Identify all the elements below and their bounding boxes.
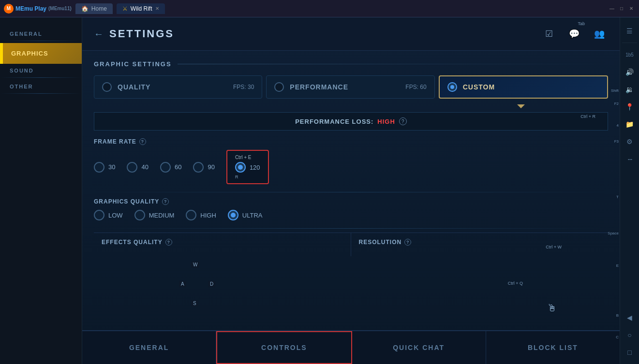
r-hint: R bbox=[235, 175, 238, 179]
tab-home[interactable]: 🏠 Home bbox=[75, 3, 113, 14]
square-sidebar-icon[interactable]: □ bbox=[622, 345, 638, 360]
bottom-nav-general[interactable]: GENERAL bbox=[82, 331, 216, 364]
effects-quality-help-icon[interactable]: ? bbox=[165, 239, 172, 246]
minimize-button[interactable]: — bbox=[608, 5, 616, 13]
bottom-nav-quickchat[interactable]: QUICK CHAT bbox=[352, 331, 486, 364]
bottom-nav: GENERAL CONTROLS QUICK CHAT BLOCK LIST bbox=[82, 330, 620, 364]
resolution-cell: RESOLUTION ? bbox=[351, 233, 609, 256]
app-name: MEmu Play bbox=[15, 5, 46, 12]
frame-rate-40-radio bbox=[127, 162, 137, 173]
ctrl-r-hint: Ctrl + R bbox=[580, 114, 595, 119]
frame-rate-60-label: 60 bbox=[175, 163, 181, 171]
left-nav: GENERAL GRAPHICS SOUND OTHER bbox=[0, 17, 82, 364]
nav-graphics-label: GRAPHICS bbox=[11, 50, 48, 57]
app-logo[interactable]: M MEmu Play (MEmu11) bbox=[4, 4, 72, 14]
more-sidebar-icon[interactable]: ··· bbox=[622, 151, 638, 167]
frame-rate-40[interactable]: 40 bbox=[127, 162, 148, 173]
window-controls: — □ ✕ bbox=[608, 5, 635, 13]
resolution-help-icon[interactable]: ? bbox=[404, 239, 411, 246]
preset-quality-button[interactable]: QUALITY FPS: 30 bbox=[94, 75, 262, 99]
right-sidebar: Shift F2 4 F3 T Space E B C 👤 ☰ 1b5 🔊 🔉 … bbox=[620, 0, 639, 364]
frame-rate-120[interactable]: 120 bbox=[235, 162, 260, 173]
tab-wildrift[interactable]: ⚔ Wild Rift ✕ bbox=[117, 3, 165, 14]
f3-hint: F3 bbox=[614, 139, 619, 144]
header-icons: ☑ 💬 Tab 👥 bbox=[540, 25, 608, 43]
volume-down-sidebar-icon[interactable]: 🔉 bbox=[622, 82, 638, 97]
frame-rate-label: FRAME RATE ? bbox=[94, 138, 608, 145]
t-hint: T bbox=[616, 195, 619, 199]
ctrl-q-hint: Ctrl + Q bbox=[508, 281, 523, 286]
arrow-left-sidebar-icon[interactable]: ◀ bbox=[622, 310, 638, 325]
bottom-settings: EFFECTS QUALITY ? RESOLUTION ? bbox=[94, 233, 608, 256]
location-sidebar-icon[interactable]: 📍 bbox=[622, 99, 638, 115]
mouse-icon: 🖱 bbox=[547, 303, 557, 314]
bottom-nav-blocklist[interactable]: BLOCK LIST bbox=[486, 331, 620, 364]
close-button[interactable]: ✕ bbox=[627, 5, 635, 13]
tab-close-icon[interactable]: ✕ bbox=[155, 6, 159, 11]
quality-low-radio bbox=[94, 210, 104, 220]
graphics-quality-help-icon[interactable]: ? bbox=[162, 198, 169, 205]
graphic-settings-title: GRAPHIC SETTINGS bbox=[94, 60, 608, 68]
quality-high[interactable]: HIGH bbox=[186, 210, 216, 220]
title-bar: M MEmu Play (MEmu11) 🏠 Home ⚔ Wild Rift … bbox=[0, 0, 639, 17]
key-d: D bbox=[208, 281, 215, 287]
nav-divider-3 bbox=[0, 93, 82, 94]
frame-rate-120-box: Ctrl + E 120 R bbox=[226, 150, 269, 184]
nav-label-sound: SOUND bbox=[0, 64, 82, 75]
bottom-nav-controls[interactable]: CONTROLS bbox=[216, 331, 352, 364]
frame-rate-90[interactable]: 90 bbox=[193, 162, 214, 173]
frame-rate-90-label: 90 bbox=[208, 163, 214, 171]
perf-help-icon[interactable]: ? bbox=[399, 117, 407, 125]
preset-custom-button[interactable]: CUSTOM bbox=[439, 75, 608, 99]
settings-sidebar-icon[interactable]: ⚙ bbox=[622, 134, 638, 149]
resolution-label: RESOLUTION ? bbox=[359, 239, 601, 246]
perf-loss-label: PERFORMANCE LOSS: bbox=[295, 118, 373, 125]
key-a: A bbox=[179, 281, 186, 287]
settings-divider-2 bbox=[94, 228, 608, 229]
users-header-icon[interactable]: 👥 bbox=[591, 25, 608, 43]
keyboard-sidebar-icon[interactable]: 1b5 bbox=[622, 47, 638, 62]
preset-performance-radio bbox=[274, 82, 284, 92]
frame-rate-90-radio bbox=[193, 162, 204, 173]
volume-up-sidebar-icon[interactable]: 🔊 bbox=[622, 64, 638, 80]
settings-divider-1 bbox=[94, 192, 608, 192]
page-title: SETTINGS bbox=[109, 28, 174, 40]
preset-performance-label: PERFORMANCE bbox=[290, 83, 348, 91]
key-w: W bbox=[191, 262, 199, 268]
frame-rate-120-radio bbox=[235, 162, 246, 173]
quality-ultra-radio bbox=[228, 210, 238, 220]
preset-quality-fps: FPS: 30 bbox=[233, 84, 254, 90]
nav-item-graphics[interactable]: GRAPHICS bbox=[0, 43, 82, 64]
preset-quality-radio bbox=[102, 82, 112, 92]
quality-ultra[interactable]: ULTRA bbox=[228, 210, 263, 220]
frame-rate-help-icon[interactable]: ? bbox=[139, 138, 146, 145]
menu-sidebar-icon[interactable]: ☰ bbox=[622, 23, 638, 39]
circle-sidebar-icon[interactable]: ○ bbox=[622, 327, 638, 343]
key-s: S bbox=[191, 300, 198, 306]
quality-low-label: LOW bbox=[108, 212, 123, 219]
preset-quality-label: QUALITY bbox=[118, 83, 150, 91]
quality-medium-radio bbox=[134, 210, 145, 220]
quality-low[interactable]: LOW bbox=[94, 210, 123, 220]
frame-rate-120-label: 120 bbox=[250, 164, 260, 171]
folder-sidebar-icon[interactable]: 📁 bbox=[622, 116, 638, 132]
quality-medium-label: MEDIUM bbox=[149, 212, 175, 219]
quality-medium[interactable]: MEDIUM bbox=[134, 210, 175, 220]
preset-performance-button[interactable]: PERFORMANCE FPS: 60 bbox=[266, 75, 434, 99]
quality-high-label: HIGH bbox=[200, 212, 216, 219]
perf-loss-value: HIGH bbox=[377, 118, 395, 125]
frame-rate-setting: FRAME RATE ? 30 40 bbox=[94, 138, 608, 184]
maximize-button[interactable]: □ bbox=[618, 5, 625, 13]
effects-quality-label: EFFECTS QUALITY ? bbox=[102, 239, 343, 246]
frame-rate-30[interactable]: 30 bbox=[94, 162, 115, 173]
app-version: (MEmu11) bbox=[48, 6, 72, 11]
back-button[interactable]: ← bbox=[94, 29, 104, 40]
effects-quality-cell: EFFECTS QUALITY ? bbox=[94, 233, 351, 256]
performance-loss-bar: PERFORMANCE LOSS: HIGH ? bbox=[94, 112, 608, 131]
bottom-nav-controls-label: CONTROLS bbox=[261, 344, 307, 351]
e-hint: E bbox=[616, 263, 619, 268]
preset-custom-label: CUSTOM bbox=[463, 83, 495, 91]
frame-rate-60[interactable]: 60 bbox=[160, 162, 181, 173]
chat-header-icon[interactable]: 💬 Tab bbox=[565, 25, 583, 43]
tasks-header-icon[interactable]: ☑ bbox=[540, 25, 558, 43]
